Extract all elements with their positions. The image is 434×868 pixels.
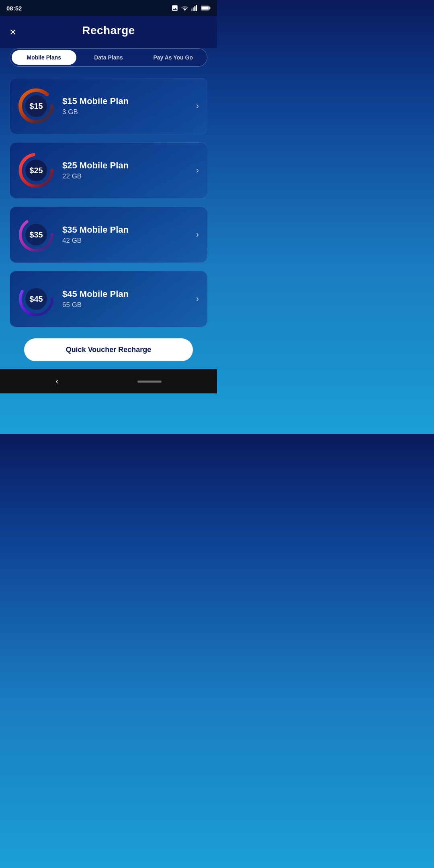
plan-name-15: $15 Mobile Plan [62,96,193,106]
svg-rect-7 [201,6,209,10]
plan-card-35[interactable]: $35 $35 Mobile Plan 42 GB › [10,207,207,263]
plan-card-25[interactable]: $25 $25 Mobile Plan 22 GB › [10,142,207,199]
page-title: Recharge [82,24,135,37]
back-button[interactable]: ‹ [55,376,58,387]
plan-name-45: $45 Mobile Plan [62,289,193,299]
status-time: 08:52 [6,5,22,12]
status-icons [171,4,211,12]
header: × Recharge [0,16,217,48]
quick-voucher-button[interactable]: Quick Voucher Recharge [24,338,193,361]
plan-icon-15: $15 [18,88,54,124]
tab-pay-as-you-go[interactable]: Pay As You Go [141,50,205,65]
plan-data-45: 65 GB [62,301,193,309]
chevron-icon-45: › [196,294,199,304]
signal-icon [191,5,199,11]
tab-switcher: Mobile Plans Data Plans Pay As You Go [10,48,207,67]
plan-card-45[interactable]: $45 $45 Mobile Plan 65 GB › [10,271,207,327]
plan-icon-25: $25 [18,152,54,188]
plan-price-25: $25 [29,166,43,175]
plan-name-25: $25 Mobile Plan [62,160,193,171]
svg-rect-4 [196,5,197,11]
svg-rect-1 [191,9,192,11]
plan-price-15: $15 [29,102,43,111]
tab-mobile-plans[interactable]: Mobile Plans [12,50,76,65]
status-bar: 08:52 [0,0,217,16]
plan-price-35: $35 [29,230,43,240]
close-button[interactable]: × [10,27,16,38]
plan-name-35: $35 Mobile Plan [62,225,193,235]
chevron-icon-25: › [196,165,199,176]
chevron-icon-15: › [196,101,199,111]
svg-rect-2 [193,8,194,11]
tab-data-plans[interactable]: Data Plans [76,50,141,65]
plan-info-25: $25 Mobile Plan 22 GB [62,160,193,180]
battery-icon [201,5,211,11]
home-indicator[interactable] [137,381,162,383]
plan-info-15: $15 Mobile Plan 3 GB [62,96,193,116]
plan-icon-45: $45 [18,281,54,317]
wifi-icon [181,5,189,11]
plans-list: $15 $15 Mobile Plan 3 GB › $25 [0,78,217,327]
plan-card-15[interactable]: $15 $15 Mobile Plan 3 GB › [10,78,207,134]
plan-price-45: $45 [29,295,43,304]
plan-info-45: $45 Mobile Plan 65 GB [62,289,193,309]
plan-data-35: 42 GB [62,237,193,245]
svg-rect-3 [194,6,196,11]
svg-rect-6 [209,7,211,9]
nav-bar: ‹ [0,369,217,393]
plan-info-35: $35 Mobile Plan 42 GB [62,225,193,245]
image-icon [171,4,178,12]
chevron-icon-35: › [196,229,199,240]
plan-icon-35: $35 [18,217,54,253]
plan-data-15: 3 GB [62,108,193,116]
voucher-button-wrapper: Quick Voucher Recharge [0,327,217,369]
plan-data-25: 22 GB [62,172,193,180]
svg-point-0 [184,10,185,11]
